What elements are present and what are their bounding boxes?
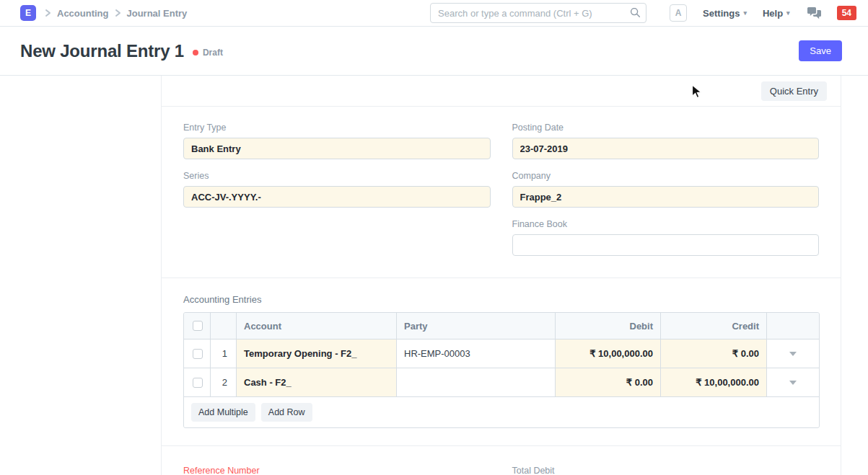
chevron-right-icon [115,9,121,17]
row-actions-cell [767,368,819,396]
navbar-right: A Settings ▾ Help ▾ 54 [646,4,856,22]
accounting-entries-section: Accounting Entries Account Party Debit C… [162,278,841,446]
entry-type-field: Entry Type [183,123,491,159]
party-cell[interactable]: HR-EMP-00003 [397,339,556,368]
notifications-badge[interactable]: 54 [837,6,856,20]
finance-book-field: Finance Book [512,219,820,256]
posting-date-label: Posting Date [512,123,820,133]
total-debit-label: Total Debit [512,466,820,475]
party-cell[interactable] [397,368,556,396]
chevron-down-icon: ▾ [786,9,790,17]
global-search [430,3,646,23]
grid-header-party: Party [397,313,556,339]
credit-cell[interactable]: ₹ 10,00,000.00 [661,368,767,396]
account-cell[interactable]: Temporary Opening - F2_ [237,339,397,368]
finance-book-input[interactable] [512,234,820,256]
grid-header-account: Account [237,313,397,339]
posting-date-field: Posting Date [512,123,820,159]
page-head: New Journal Entry 1 Draft Save [0,27,868,76]
grid-footer: Add Multiple Add Row [184,396,819,427]
details-section: Entry Type Series Posting Date Company F… [162,107,841,278]
add-row-button[interactable]: Add Row [261,403,312,422]
entry-type-input[interactable] [183,138,491,159]
grid-header-row: Account Party Debit Credit [184,313,819,339]
row-expand-caret-icon[interactable] [789,381,797,385]
row-checkbox[interactable] [193,378,203,388]
reference-section: Reference Number Total Debit [162,446,841,475]
grid-header-debit: Debit [556,313,661,339]
form-toolbar: Quick Entry [162,76,841,107]
table-row: 2 Cash - F2_ ₹ 0.00 ₹ 10,00,000.00 [184,368,819,396]
debit-cell[interactable]: ₹ 10,00,000.00 [556,339,661,368]
search-input[interactable] [430,3,646,23]
company-label: Company [512,171,820,181]
app-logo[interactable]: E [20,5,36,21]
table-row: 1 Temporary Opening - F2_ HR-EMP-00003 ₹… [184,339,819,368]
entry-type-label: Entry Type [183,123,491,133]
status-indicator: Draft [193,48,223,58]
app-logo-letter: E [25,8,31,18]
series-input[interactable] [183,186,491,208]
accounting-entries-grid: Account Party Debit Credit 1 Temporary O… [183,312,820,428]
row-expand-caret-icon[interactable] [789,352,797,356]
page-title: New Journal Entry 1 [20,41,184,61]
company-field: Company [512,171,820,208]
row-checkbox[interactable] [193,349,203,359]
row-actions-cell [767,339,819,368]
debit-cell[interactable]: ₹ 0.00 [556,368,661,396]
add-multiple-button[interactable]: Add Multiple [191,403,255,422]
grid-header-credit: Credit [661,313,767,339]
series-field: Series [183,171,491,208]
row-check-cell [184,339,211,368]
company-input[interactable] [512,186,820,208]
grid-label: Accounting Entries [183,294,819,305]
user-avatar[interactable]: A [670,4,687,22]
row-index: 1 [211,339,237,368]
search-icon [630,7,641,21]
help-label: Help [763,8,783,19]
breadcrumb-item-accounting[interactable]: Accounting [57,8,109,19]
breadcrumb-item-journal-entry[interactable]: Journal Entry [127,8,188,19]
quick-entry-button[interactable]: Quick Entry [761,81,827,101]
settings-label: Settings [703,8,740,19]
reference-number-label: Reference Number [183,466,491,475]
row-check-cell [184,368,211,396]
series-label: Series [183,171,491,181]
account-cell[interactable]: Cash - F2_ [237,368,397,396]
chevron-right-icon [45,9,51,17]
select-all-checkbox[interactable] [193,321,203,331]
save-button[interactable]: Save [799,40,842,61]
row-index: 2 [211,368,237,396]
credit-cell[interactable]: ₹ 0.00 [661,339,767,368]
grid-header-check-cell [184,313,211,339]
fields-column-right: Posting Date Company Finance Book [512,123,820,267]
help-menu[interactable]: Help ▾ [763,8,790,19]
grid-header-actions-cell [767,313,819,339]
status-badge: Draft [203,48,223,58]
finance-book-label: Finance Book [512,219,820,229]
fields-column-left: Entry Type Series [183,123,491,267]
form-layout: Quick Entry Entry Type Series Posting Da… [161,76,841,475]
grid-header-index-cell [211,313,237,339]
navbar: E Accounting Journal Entry A Settings ▾ … [0,0,868,27]
status-dot-icon [193,50,198,56]
avatar-letter: A [675,8,682,18]
chat-icon[interactable] [807,7,821,19]
chevron-down-icon: ▾ [743,9,747,17]
posting-date-input[interactable] [512,138,820,159]
settings-menu[interactable]: Settings ▾ [703,8,747,19]
